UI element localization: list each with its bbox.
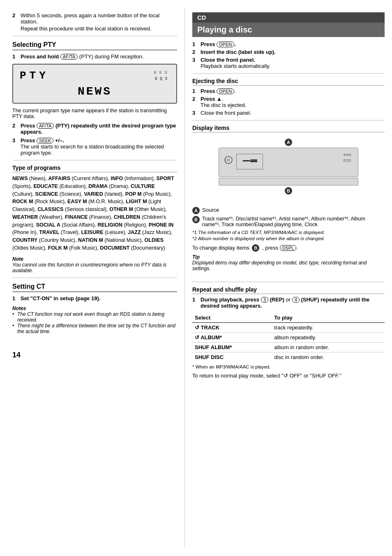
eject-step1-num: 1	[192, 88, 201, 94]
eject-step2-content: Press ▲. The disc is ejected.	[201, 96, 246, 108]
col-play: To play	[272, 313, 385, 323]
dspl-instruction: To change display items B , press DSPL.	[192, 244, 385, 252]
track-display-box: 𝍠𝍡	[236, 154, 263, 169]
intro-step2-text: Within 5 seconds, press again a number b…	[21, 12, 159, 25]
pty-step3-key: SEEK	[37, 138, 53, 144]
track-number-display: 𝍠𝍡	[242, 157, 257, 167]
eject-step1-dot: .	[234, 88, 236, 94]
display-tip: Tip Displayed items may differ depending…	[192, 254, 385, 271]
repeat-step1-num: 1	[192, 297, 201, 303]
ct-step1-text: Set "CT-ON" in setup (page 19).	[21, 295, 100, 301]
repeat-step1-content: During playback, press 3 (REP) or 4 (SHU…	[201, 297, 385, 309]
divider-r1	[192, 73, 385, 74]
selecting-pty-section: Selecting PTY 1 Press and hold AF/TA (PT…	[12, 41, 177, 156]
programs-text: NEWS (News), AFFAIRS (Current Affairs), …	[12, 175, 177, 252]
display-items-title: Display items	[192, 125, 385, 132]
diagram-label-b: B	[192, 187, 385, 195]
legend-b: B Track name*¹, Disc/artist name*¹, Arti…	[192, 216, 385, 227]
row2-play: album repeatedly.	[272, 333, 385, 343]
play-step3-num: 3	[192, 57, 201, 63]
eject-step1-content: Press OPEN.	[201, 88, 236, 94]
ct-step1-num: 1	[12, 295, 21, 301]
eject-step2-sub: The disc is ejected.	[201, 102, 246, 108]
eq-icon-top: ≡≡≡EQ3	[153, 70, 170, 81]
row3-select: SHUF ALBUM*	[192, 343, 272, 352]
text-bar	[219, 178, 358, 185]
table-row: SHUF DISC disc in random order.	[192, 352, 385, 362]
play-step1-content: Press OPEN.	[201, 41, 236, 47]
playing-disc-header: Playing a disc	[192, 23, 385, 37]
play-step1-bold: Press	[201, 41, 215, 47]
row1-play: track repeatedly.	[272, 323, 385, 333]
eject-step1-bold: Press	[201, 88, 215, 94]
display-fn2: *2 Album number is displayed only when t…	[192, 236, 385, 241]
display-tip-title: Tip	[192, 254, 385, 260]
repeat-step1-label4: (SHUF)	[301, 297, 319, 303]
pty-step3-rest: +/–.	[55, 137, 64, 144]
row4-play: disc in random order.	[272, 352, 385, 362]
pty-label: PTY	[20, 70, 49, 82]
play-step1-dot: .	[234, 41, 236, 47]
programs-note: Note You cannot use this function in cou…	[12, 256, 177, 273]
legend-a: A Source	[192, 207, 385, 214]
pty-step2-bold: Press	[21, 123, 35, 129]
repeat-table: Select To play ↺ TRACK track repeatedly.…	[192, 313, 385, 362]
display-tip-text: Displayed items may differ depending on …	[192, 260, 385, 271]
eject-step2-num: 2	[192, 96, 201, 102]
row1-select: ↺ TRACK	[192, 323, 272, 333]
row3-play: album in random order.	[272, 343, 385, 352]
pty-step1-key: AF/TA	[60, 54, 78, 60]
col-select: Select	[192, 313, 272, 323]
divider-r3	[192, 282, 385, 282]
repeat-step1-bold: During playback, press	[201, 297, 259, 303]
dspl-comma: , press	[262, 245, 280, 251]
pty-step3-sub: The unit starts to search for a station …	[21, 144, 164, 156]
intro-step-num: 2	[12, 12, 21, 19]
pty-step1-rest: (PTY) during FM reception.	[79, 53, 144, 60]
eject-step1-key: OPEN	[217, 88, 234, 94]
row2-select: ↺ ALBUM*	[192, 333, 272, 343]
cd-header: CD	[192, 12, 385, 23]
dspl-pre: To change display items	[192, 245, 249, 251]
display-diagram-wrapper: A 𝍠𝍡	[192, 139, 385, 271]
eject-step3-text: Close the front panel.	[201, 110, 251, 116]
ct-notes-list: The CT function may not work even though…	[12, 311, 177, 334]
eject-step3-num: 3	[192, 110, 201, 116]
pty-step3-bold: Press	[21, 137, 35, 144]
programs-note-text: You cannot use this function in countrie…	[12, 262, 177, 273]
repeat-step1-or: or	[286, 297, 291, 303]
dspl-period: .	[296, 245, 298, 251]
play-step3-content: Close the front panel. Playback starts a…	[201, 57, 270, 69]
svg-point-1	[227, 159, 230, 161]
dspl-b-label: B	[252, 244, 259, 252]
divider-2	[12, 160, 177, 160]
repeat-asterisk: * When an MP3/WMA/AAC is played.	[192, 364, 385, 369]
return-text: To return to normal play mode, select "↺…	[192, 373, 385, 379]
display-eq-icon: ≡≡≡EQ3	[344, 152, 351, 163]
repeat-step1-label3: (REP)	[270, 297, 284, 303]
setting-ct-title: Setting CT	[12, 283, 177, 292]
pty-display-box: PTY ≡≡≡EQ3 NEWS	[12, 64, 177, 104]
legend-a-text: Source	[202, 207, 219, 213]
eject-step2-dot: .	[222, 96, 224, 102]
divider-r2	[192, 120, 385, 120]
repeat-shuffle-section: Repeat and shuffle play 1 During playbac…	[192, 286, 385, 379]
play-step3-bold: Close the front panel.	[201, 57, 255, 63]
dspl-key: DSPL	[280, 245, 297, 251]
pty-step2-num: 2	[12, 123, 21, 129]
pty-step1-bold: Press and hold	[21, 53, 59, 60]
ct-note-1: The CT function may not work even though…	[12, 311, 177, 323]
eject-step2-bold: Press	[201, 96, 215, 102]
pty-display-top: PTY ≡≡≡EQ3	[20, 70, 170, 82]
intro-section: 2 Within 5 seconds, press again a number…	[12, 12, 177, 32]
repeat-step1-key3: 3	[261, 297, 268, 303]
play-step3-sub: Playback starts automatically.	[201, 63, 270, 69]
diagram-label-a: A	[192, 139, 385, 146]
ct-note-2: There might be a difference between the …	[12, 323, 177, 334]
table-row: SHUF ALBUM* album in random order.	[192, 343, 385, 352]
display-fn1: *1 The information of a CD TEXT, MP3/WMA…	[192, 230, 385, 235]
page: 2 Within 5 seconds, press again a number…	[0, 0, 392, 556]
pty-step1-num: 1	[12, 53, 21, 60]
repeat-shuffle-title: Repeat and shuffle play	[192, 286, 385, 294]
type-of-programs-section: Type of programs NEWS (News), AFFAIRS (C…	[12, 164, 177, 273]
